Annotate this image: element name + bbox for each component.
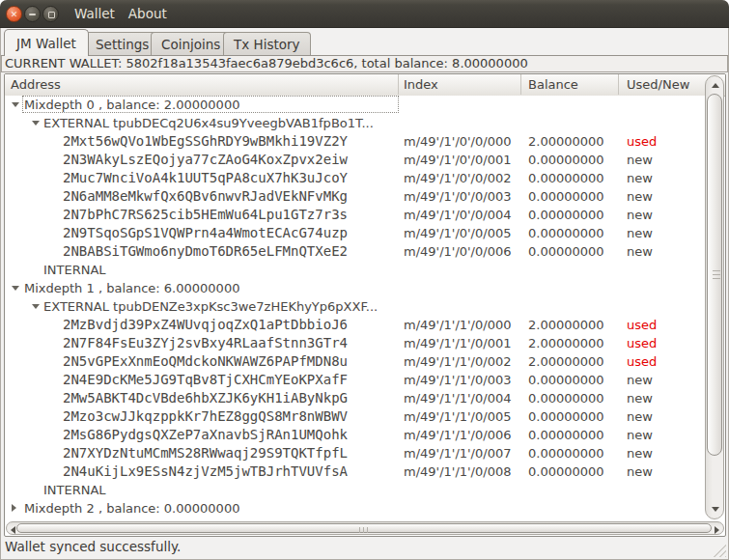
scroll-left-arrow-icon[interactable] bbox=[11, 526, 15, 534]
scroll-up-arrow-icon[interactable] bbox=[712, 83, 719, 88]
tree-row[interactable]: 2N6aMM8eMkwfQx6QBv6nwvRJadVEkNFvMKgm/49'… bbox=[5, 187, 705, 206]
tree-row[interactable]: 2N7bPhC7RS625cib5HEmWu64Lpu1GTz7r3sm/49'… bbox=[5, 206, 705, 224]
tree-row[interactable]: Mixdepth 1 , balance: 6.00000000 bbox=[5, 279, 705, 297]
balance-cell: 0.00000000 bbox=[528, 242, 604, 261]
tree-item-label: EXTERNAL tpubDECq2U6x4su9YveegbVAB1fpBo1… bbox=[43, 114, 374, 132]
column-header-used-new[interactable]: Used/New bbox=[619, 74, 705, 95]
tree-item-label: EXTERNAL tpubDENZe3xpKsc3we7zHEKhyYp6pXX… bbox=[43, 297, 378, 316]
close-button[interactable] bbox=[6, 6, 22, 22]
tree-row[interactable]: EXTERNAL tpubDENZe3xpKsc3we7zHEKhyYp6pXX… bbox=[5, 297, 705, 316]
balance-cell: 0.00000000 bbox=[528, 169, 604, 187]
index-cell: m/49'/1'/0'/0/004 bbox=[404, 206, 511, 224]
tab-tx-history[interactable]: Tx History bbox=[223, 32, 311, 56]
expand-expander-icon[interactable] bbox=[12, 504, 16, 512]
tab-coinjoins[interactable]: Coinjoins bbox=[151, 32, 231, 56]
scrollbar-grip-icon bbox=[359, 527, 369, 533]
status-cell: new bbox=[627, 462, 653, 481]
status-cell: new bbox=[627, 224, 653, 242]
tree-row[interactable]: 2NBABSiTGWmo6nyDmoT6DR65eLFMnQTXeE2m/49'… bbox=[5, 242, 705, 261]
tree-row[interactable]: 2N3WAkyLszEQojya77cZAoG4KoxZpvx2eiwm/49'… bbox=[5, 151, 705, 169]
status-cell: new bbox=[627, 371, 653, 389]
address-cell: 2Mw5ABKT4DcVBde6hbXZJK6yKH1iAByNkpG bbox=[63, 389, 348, 407]
horizontal-scrollbar[interactable] bbox=[6, 521, 724, 535]
maximize-button[interactable] bbox=[42, 6, 59, 22]
scroll-down-arrow-icon[interactable] bbox=[712, 507, 719, 512]
wallet-tree-rows: Mixdepth 0 , balance: 2.00000000EXTERNAL… bbox=[5, 96, 705, 520]
address-cell: 2Mzo3cwJJkqzppkKr7hEZ8ggQS8Mr8nWBWV bbox=[63, 407, 348, 426]
minimize-button[interactable] bbox=[24, 6, 41, 22]
status-bar: Wallet synced successfully. bbox=[1, 536, 728, 559]
address-cell: 2NBABSiTGWmo6nyDmoT6DR65eLFMnQTXeE2 bbox=[63, 242, 348, 261]
address-cell: 2N6aMM8eMkwfQx6QBv6nwvRJadVEkNFvMKg bbox=[63, 187, 348, 206]
tree-item-label: INTERNAL bbox=[43, 261, 106, 279]
status-cell: new bbox=[627, 444, 653, 462]
tree-header: AddressIndexBalanceUsed/New bbox=[5, 74, 725, 97]
tree-row[interactable]: INTERNAL bbox=[5, 481, 705, 499]
tree-item-label: INTERNAL bbox=[43, 481, 106, 499]
status-cell: used bbox=[627, 352, 657, 371]
tree-row[interactable]: 2N4E9DcKMe5JG9TqBv8TjCXHCmYEoKPXafFm/49'… bbox=[5, 371, 705, 389]
vertical-scrollbar-thumb[interactable] bbox=[707, 94, 722, 456]
address-cell: 2N4E9DcKMe5JG9TqBv8TjCXHCmYEoKPXafF bbox=[63, 371, 348, 389]
resize-grip-icon[interactable] bbox=[713, 544, 726, 557]
balance-cell: 0.00000000 bbox=[528, 462, 604, 481]
tab-settings[interactable]: Settings bbox=[85, 32, 159, 56]
balance-cell: 2.00000000 bbox=[528, 334, 604, 352]
balance-cell: 0.00000000 bbox=[528, 206, 604, 224]
tree-row[interactable]: 2N7XYDzNtuMCmMS28RWwaqj29S9TQKTfpfLm/49'… bbox=[5, 444, 705, 462]
tree-row[interactable]: EXTERNAL tpubDECq2U6x4su9YveegbVAB1fpBo1… bbox=[5, 114, 705, 132]
tree-row[interactable]: 2N5vGPExXnmEoQMdckoNKWAWZ6PAPfMDN8um/49'… bbox=[5, 352, 705, 371]
horizontal-scrollbar-thumb[interactable] bbox=[16, 523, 712, 533]
tree-row[interactable]: 2Mzo3cwJJkqzppkKr7hEZ8ggQS8Mr8nWBWVm/49'… bbox=[5, 407, 705, 426]
status-cell: used bbox=[627, 316, 657, 334]
status-cell: new bbox=[627, 187, 653, 206]
collapse-expander-icon[interactable] bbox=[12, 102, 19, 107]
current-wallet-summary: CURRENT WALLET: 5802f18a13543faec6a879eb… bbox=[1, 56, 728, 72]
menu-about[interactable]: About bbox=[122, 6, 174, 21]
menubar: WalletAbout bbox=[68, 0, 174, 27]
balance-cell: 0.00000000 bbox=[528, 444, 604, 462]
collapse-expander-icon[interactable] bbox=[32, 121, 40, 126]
status-cell: used bbox=[627, 132, 657, 151]
tree-row[interactable]: 2Mw5ABKT4DcVBde6hbXZJK6yKH1iAByNkpGm/49'… bbox=[5, 389, 705, 407]
address-cell: 2N4uKijLx9ESsN4zjVzM5jwTBJrhTVUVfsA bbox=[63, 462, 348, 481]
tree-row[interactable]: 2Muc7WnciVoA4k1UUT5qPA8cuX7hK3uJcoYm/49'… bbox=[5, 169, 705, 187]
index-cell: m/49'/1'/1'/0/007 bbox=[404, 444, 511, 462]
vertical-scrollbar[interactable] bbox=[705, 75, 724, 519]
collapse-expander-icon[interactable] bbox=[12, 286, 19, 291]
tree-row[interactable]: 2N9TSqoSGpS1VQWPrn4a4WmotECAcG74uzpm/49'… bbox=[5, 224, 705, 242]
status-cell: new bbox=[627, 407, 653, 426]
balance-cell: 0.00000000 bbox=[528, 407, 604, 426]
scroll-right-arrow-icon[interactable] bbox=[715, 526, 719, 534]
wallet-tree: AddressIndexBalanceUsed/New Mixdepth 0 ,… bbox=[4, 73, 726, 537]
tree-row[interactable]: 2Mxt56wQVo1WbEgSSGhRDY9wBMkhi19VZ2Ym/49'… bbox=[5, 132, 705, 151]
address-cell: 2Mxt56wQVo1WbEgSSGhRDY9wBMkhi19VZ2Y bbox=[63, 132, 348, 151]
column-header-address[interactable]: Address bbox=[5, 74, 399, 95]
vertical-scrollbar-track[interactable] bbox=[705, 75, 724, 519]
app-window: WalletAbout JM WalletSettingsCoinjoinsTx… bbox=[0, 0, 729, 560]
address-cell: 2N7XYDzNtuMCmMS28RWwaqj29S9TQKTfpfL bbox=[63, 444, 348, 462]
tab-jm-wallet[interactable]: JM Wallet bbox=[4, 29, 89, 56]
balance-cell: 0.00000000 bbox=[528, 426, 604, 444]
column-header-index[interactable]: Index bbox=[399, 74, 521, 95]
horizontal-scrollbar-track[interactable] bbox=[6, 521, 724, 535]
status-cell: new bbox=[627, 169, 653, 187]
tree-row[interactable]: INTERNAL bbox=[5, 261, 705, 279]
tree-row[interactable]: 2N4uKijLx9ESsN4zjVzM5jwTBJrhTVUVfsAm/49'… bbox=[5, 462, 705, 481]
scrollbar-grip-icon bbox=[713, 270, 720, 280]
tree-row[interactable]: 2N7F84FsEu3ZYj2svBxy4RLaafStnn3GTr4m/49'… bbox=[5, 334, 705, 352]
status-cell: new bbox=[627, 426, 653, 444]
tree-row[interactable]: 2MsG86PydgsQXZeP7aXnavbSjRAn1UMQohkm/49'… bbox=[5, 426, 705, 444]
status-cell: new bbox=[627, 206, 653, 224]
index-cell: m/49'/1'/1'/0/002 bbox=[404, 352, 511, 371]
column-header-balance[interactable]: Balance bbox=[521, 74, 619, 95]
tree-row[interactable]: 2MzBvdjd39PxZ4WUvqjoqZxQ1aPtDbbioJ6m/49'… bbox=[5, 316, 705, 334]
tree-item-label: Mixdepth 0 , balance: 2.00000000 bbox=[24, 96, 239, 114]
tree-row[interactable]: Mixdepth 0 , balance: 2.00000000 bbox=[5, 96, 705, 114]
tree-row[interactable]: Mixdepth 2 , balance: 0.00000000 bbox=[5, 499, 705, 518]
menu-wallet[interactable]: Wallet bbox=[68, 6, 122, 21]
balance-cell: 2.00000000 bbox=[528, 316, 604, 334]
collapse-expander-icon[interactable] bbox=[32, 304, 40, 309]
address-cell: 2N7bPhC7RS625cib5HEmWu64Lpu1GTz7r3s bbox=[63, 206, 348, 224]
titlebar: WalletAbout bbox=[0, 0, 729, 28]
